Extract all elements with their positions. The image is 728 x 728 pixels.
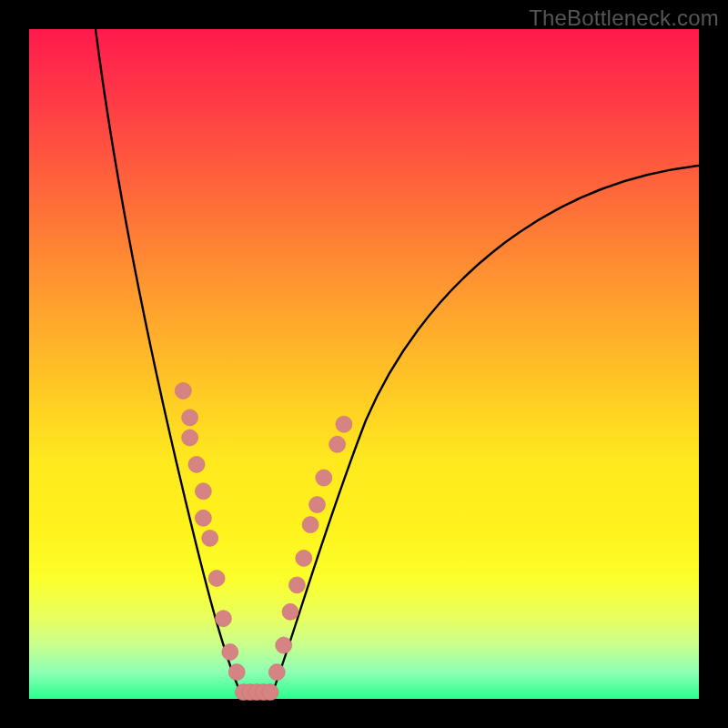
- data-marker: [202, 530, 218, 546]
- marker-layer: [175, 382, 352, 700]
- data-marker: [195, 510, 211, 526]
- data-marker: [302, 517, 318, 533]
- data-marker: [208, 571, 225, 587]
- data-marker: [296, 550, 312, 566]
- data-marker: [222, 644, 238, 661]
- data-marker: [215, 611, 231, 627]
- data-marker: [262, 684, 278, 701]
- data-marker: [228, 664, 245, 681]
- plot-area: [29, 29, 699, 699]
- data-marker: [336, 416, 352, 432]
- curve-right: [270, 166, 699, 699]
- data-marker: [316, 470, 332, 486]
- data-marker: [268, 664, 285, 681]
- data-marker: [282, 603, 298, 620]
- data-marker: [182, 430, 198, 446]
- data-marker: [329, 436, 346, 452]
- data-marker: [182, 410, 198, 426]
- curve-layer: [29, 29, 699, 699]
- data-marker: [309, 497, 326, 513]
- data-marker: [276, 637, 292, 653]
- data-marker: [188, 456, 205, 472]
- chart-frame: TheBottleneck.com: [0, 0, 728, 728]
- curve-left: [96, 29, 243, 699]
- data-marker: [288, 577, 305, 593]
- watermark-text: TheBottleneck.com: [529, 5, 719, 31]
- data-marker: [175, 382, 191, 399]
- data-marker: [195, 483, 211, 500]
